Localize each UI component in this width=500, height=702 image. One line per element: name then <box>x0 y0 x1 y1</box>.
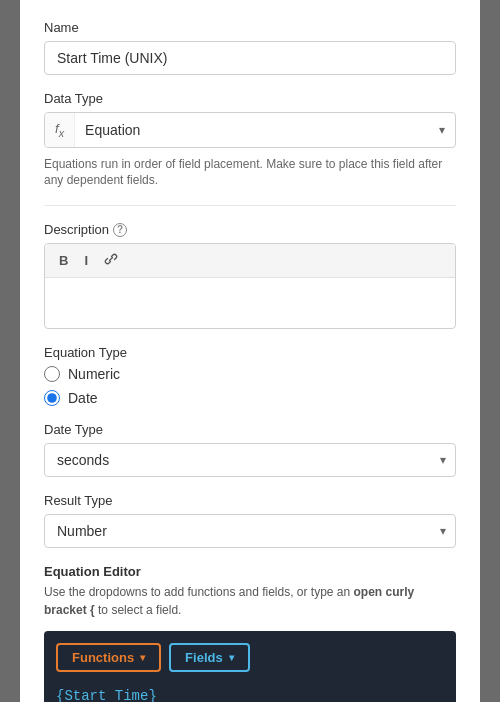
equation-editor-description: Use the dropdowns to add functions and f… <box>44 583 456 619</box>
radio-date-input[interactable] <box>44 390 60 406</box>
equation-editor-group: Equation Editor Use the dropdowns to add… <box>44 564 456 702</box>
date-type-select-wrapper: seconds milliseconds minutes hours days … <box>44 443 456 477</box>
divider-1 <box>44 205 456 206</box>
equation-type-field-group: Equation Type Numeric Date <box>44 345 456 406</box>
equation-type-radio-group: Numeric Date <box>44 366 456 406</box>
name-field-group: Name <box>44 20 456 75</box>
name-label: Name <box>44 20 456 35</box>
description-field-group: Description ? B I <box>44 222 456 329</box>
date-type-label: Date Type <box>44 422 456 437</box>
radio-date[interactable]: Date <box>44 390 456 406</box>
description-editor: B I <box>44 243 456 329</box>
description-help-icon[interactable]: ? <box>113 223 127 237</box>
fx-icon: fx <box>45 113 75 147</box>
functions-button[interactable]: Functions ▾ <box>56 643 161 672</box>
fields-button[interactable]: Fields ▾ <box>169 643 250 672</box>
date-type-field-group: Date Type seconds milliseconds minutes h… <box>44 422 456 477</box>
equation-type-label: Equation Type <box>44 345 456 360</box>
data-type-select[interactable]: Equation <box>75 114 455 146</box>
link-button[interactable] <box>100 250 122 271</box>
radio-numeric-label: Numeric <box>68 366 120 382</box>
equation-editor-toolbar: Functions ▾ Fields ▾ <box>56 643 444 672</box>
fields-chevron-icon: ▾ <box>229 652 234 663</box>
radio-date-label: Date <box>68 390 98 406</box>
data-type-field-group: Data Type fx Equation ▾ Equations run in… <box>44 91 456 189</box>
date-type-select[interactable]: seconds milliseconds minutes hours days <box>44 443 456 477</box>
equation-code[interactable]: {Start Time} <box>56 684 444 702</box>
name-input[interactable] <box>44 41 456 75</box>
data-type-select-wrapper: fx Equation ▾ <box>44 112 456 148</box>
data-type-label: Data Type <box>44 91 456 106</box>
radio-numeric[interactable]: Numeric <box>44 366 456 382</box>
link-icon <box>104 252 118 266</box>
result-type-label: Result Type <box>44 493 456 508</box>
description-toolbar: B I <box>45 244 455 278</box>
radio-numeric-input[interactable] <box>44 366 60 382</box>
italic-button[interactable]: I <box>80 251 92 270</box>
equation-editor-box: Functions ▾ Fields ▾ {Start Time} <box>44 631 456 702</box>
main-panel: Name Data Type fx Equation ▾ Equations r… <box>20 0 480 702</box>
functions-chevron-icon: ▾ <box>140 652 145 663</box>
result-type-select[interactable]: Number Text Date <box>44 514 456 548</box>
result-type-field-group: Result Type Number Text Date ▾ <box>44 493 456 548</box>
equation-editor-header: Equation Editor <box>44 564 456 579</box>
data-type-info: Equations run in order of field placemen… <box>44 156 456 190</box>
description-content[interactable] <box>45 278 455 328</box>
result-type-select-wrapper: Number Text Date ▾ <box>44 514 456 548</box>
description-label: Description ? <box>44 222 456 237</box>
bold-button[interactable]: B <box>55 251 72 270</box>
